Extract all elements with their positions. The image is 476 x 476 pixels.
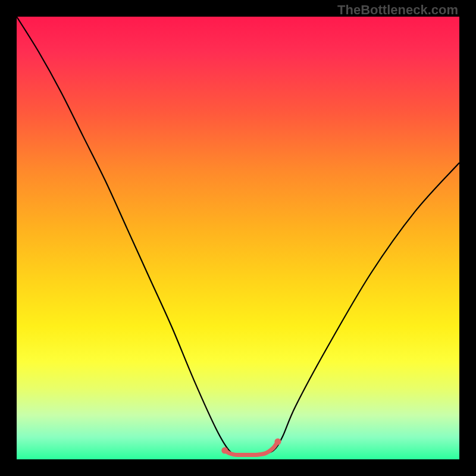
bottleneck-curve-canvas — [17, 17, 459, 459]
watermark-text: TheBottleneck.com — [337, 2, 458, 18]
chart-plot-area — [17, 17, 459, 459]
chart-container: TheBottleneck.com — [0, 0, 476, 476]
